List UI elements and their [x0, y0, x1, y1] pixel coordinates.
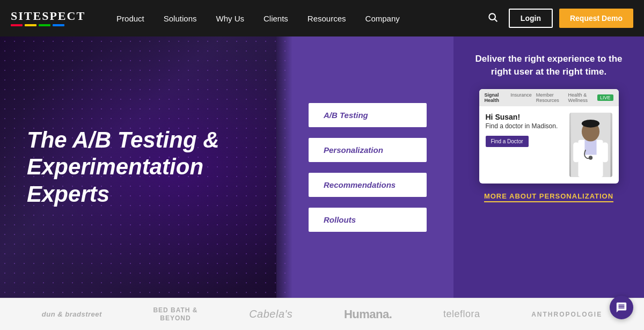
tab-member-resources: Member Resources [536, 92, 564, 103]
tab-health-wellness: Health & Wellness [568, 92, 594, 103]
nav-right: Login Request Demo [483, 8, 633, 30]
svg-line-1 [495, 19, 497, 21]
mock-brand-tabs: Signal Health [485, 92, 508, 103]
feature-btn-ab-testing[interactable]: A/B Testing [309, 103, 427, 127]
logo-text: SITESPECT [11, 10, 85, 22]
logo-dun-bradstreet: dun & bradstreet [42, 310, 102, 318]
mock-doctor-image [569, 113, 612, 177]
logo-teleflora: teleflora [443, 309, 480, 320]
svg-point-0 [489, 13, 495, 20]
svg-rect-8 [573, 142, 579, 162]
mock-browser-tabs: Insurance Member Resources Health & Well… [510, 92, 594, 103]
logo-bars [11, 24, 64, 26]
mock-browser-bar: Signal Health Insurance Member Resources… [479, 89, 619, 106]
nav-link-solutions[interactable]: Solutions [154, 0, 207, 36]
mock-text-area: Hi Susan! Find a doctor in Madison. Find… [486, 113, 564, 177]
hero-right: Deliver the right experience to the righ… [453, 36, 644, 298]
feature-btn-recommendations[interactable]: Recommendations [309, 173, 427, 197]
hero-headline: The A/B Testing & Experimentation Expert… [27, 127, 266, 208]
nav-link-clients[interactable]: Clients [254, 0, 298, 36]
mock-browser-body: Hi Susan! Find a doctor in Madison. Find… [479, 106, 619, 184]
nav-link-why-us[interactable]: Why Us [206, 0, 254, 36]
logo-bar-yellow [25, 24, 36, 26]
logo-anthropologie: ANTHROPOLOGIE [531, 311, 602, 318]
feature-btn-personalization[interactable]: Personalization [309, 138, 427, 162]
mock-greeting: Hi Susan! [486, 113, 564, 121]
logo-bed-bath-beyond: BED BATH &BEYOND [153, 306, 197, 322]
find-doctor-button[interactable]: Find a Doctor [486, 136, 529, 147]
logo[interactable]: SITESPECT [11, 10, 85, 26]
svg-rect-4 [584, 140, 596, 155]
navigation: SITESPECT Product Solutions Why Us Clien… [0, 0, 644, 36]
logo-cabelas: Cabela's [249, 308, 292, 320]
nav-link-company[interactable]: Company [356, 0, 409, 36]
request-demo-button[interactable]: Request Demo [559, 9, 633, 28]
more-personalization-link[interactable]: MORE ABOUT PERSONALIZATION [484, 192, 613, 202]
tab-insurance: Insurance [510, 92, 532, 103]
logo-bar-red [11, 24, 23, 26]
nav-link-product[interactable]: Product [107, 0, 154, 36]
hero-section: The A/B Testing & Experimentation Expert… [0, 36, 644, 298]
svg-point-6 [582, 120, 599, 128]
hero-left: The A/B Testing & Experimentation Expert… [0, 36, 292, 298]
logo-humana: Humana. [344, 307, 392, 321]
logo-bar-green [39, 24, 50, 26]
mock-sub: Find a doctor in Madison. [486, 122, 564, 131]
nav-links: Product Solutions Why Us Clients Resourc… [107, 0, 483, 36]
logo-bar-blue [53, 24, 64, 26]
search-icon[interactable] [483, 8, 502, 30]
live-badge: LIVE [597, 94, 613, 101]
nav-link-resources[interactable]: Resources [298, 0, 356, 36]
chat-bubble[interactable] [610, 296, 633, 319]
mock-browser: Signal Health Insurance Member Resources… [479, 89, 619, 184]
svg-point-7 [589, 156, 592, 159]
hero-right-title: Deliver the right experience to the righ… [470, 53, 628, 78]
hero-middle: A/B Testing Personalization Recommendati… [292, 36, 453, 298]
logos-bar: dun & bradstreet BED BATH &BEYOND Cabela… [0, 298, 644, 330]
login-button[interactable]: Login [509, 9, 553, 28]
svg-rect-9 [602, 142, 608, 162]
feature-btn-rollouts[interactable]: Rollouts [309, 208, 427, 232]
